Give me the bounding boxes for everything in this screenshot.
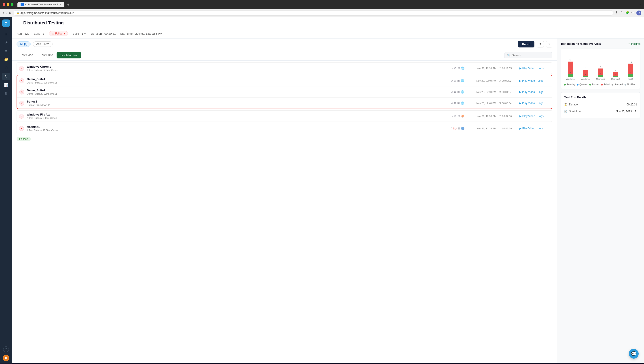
share-icon[interactable]: ⬆ — [615, 11, 618, 16]
legend-queued: Queued — [577, 83, 588, 86]
bar-group-1: 12 3 Window... — [564, 52, 577, 80]
logs-button[interactable]: Logs — [538, 127, 544, 130]
result-sub: 1 Test Suites / 17 Test Cases — [26, 129, 448, 132]
more-options-button[interactable]: ▾ — [546, 41, 552, 48]
status-badge[interactable]: ⊗ Failed ▾ — [49, 31, 68, 36]
legend-stopped: Stopped — [612, 83, 622, 86]
bar-label: test2 — [628, 78, 633, 80]
play-video-button[interactable]: ▶ Play Video — [520, 127, 535, 130]
sidebar-item-files[interactable]: 📁 — [2, 56, 10, 63]
chat-fab[interactable]: 💬 — [629, 349, 639, 359]
bar-green — [628, 74, 633, 77]
gear-icon: ⚙ — [454, 79, 456, 82]
legend-passed: Passed — [589, 83, 599, 86]
back-button[interactable]: ‹ — [3, 11, 4, 15]
bar-group-5: 10 3 test2 — [624, 52, 637, 80]
detail-label: ⏳ Duration — [564, 103, 579, 106]
sidebar-item-dashboard[interactable]: ⊞ — [2, 30, 10, 38]
sidebar-item-runs[interactable]: ↻ — [2, 73, 10, 80]
table-row: ✕ Suites2 Suites2 / Windows 11 // ⚙ ⊞ 🌐 — [17, 97, 552, 109]
build-edit[interactable]: Build - 1 ✏ — [72, 32, 86, 35]
logs-button[interactable]: Logs — [538, 102, 544, 105]
bar-green — [583, 76, 588, 77]
page-back-button[interactable]: ← — [16, 21, 20, 25]
logs-button[interactable]: Logs — [538, 67, 544, 70]
sep-icon: // — [451, 90, 453, 94]
filter-bar: All (5) Add Filters Rerun ⬆ ▾ — [12, 39, 557, 50]
stopped-icon: 🚫 — [453, 127, 456, 130]
tl-green[interactable] — [11, 3, 14, 6]
bar-green — [598, 75, 603, 77]
forward-button[interactable]: › — [6, 11, 7, 15]
result-name: Demo_Suite1 — [27, 77, 448, 81]
reload-button[interactable]: ↻ — [9, 11, 12, 15]
bookmark-icon[interactable]: ☆ — [620, 11, 623, 16]
search-input[interactable] — [512, 54, 550, 57]
page-header: ← Distributed Testing — [12, 17, 644, 29]
tl-yellow[interactable] — [7, 3, 10, 6]
play-video-button[interactable]: ▶ Play Video — [519, 102, 535, 105]
table-row: ✕ Demo_Suite2 Demo_Suite2 / Windows 11 /… — [17, 86, 552, 97]
sidebar-toggle-icon[interactable]: ▭ — [631, 11, 634, 16]
more-menu-button[interactable]: ⋮ — [546, 126, 550, 130]
logs-button[interactable]: Logs — [538, 90, 544, 94]
play-video-button[interactable]: ▶ Play Video — [520, 67, 535, 70]
expanded-group: ✕ Demo_Suite1 Demo_Suite1 / Windows 11 /… — [16, 75, 552, 109]
all-filter-button[interactable]: All (5) — [16, 41, 31, 47]
status-failed-icon: ⊗ — [52, 32, 54, 35]
result-name: Windows Chrome — [26, 65, 449, 68]
result-duration: ⏱ 00:09:22 — [499, 79, 516, 82]
add-filters-button[interactable]: Add Filters — [33, 41, 52, 47]
profile-icon[interactable]: R — [636, 11, 641, 16]
more-menu-button[interactable]: ⋮ — [546, 101, 550, 105]
new-tab-button[interactable]: + — [65, 3, 71, 7]
result-icons: // ⚙ ⊞ 🌐 — [451, 90, 464, 94]
user-avatar[interactable]: R — [3, 355, 9, 361]
logs-button[interactable]: Logs — [538, 115, 544, 118]
tab-test-machine[interactable]: Test Machine — [56, 52, 81, 58]
url-text: app.testsigma.com/ui/td/results/259/runs… — [20, 12, 74, 15]
play-video-button[interactable]: ▶ Play Video — [519, 79, 535, 82]
bar-top-num: 10 — [630, 61, 632, 63]
logs-button[interactable]: Logs — [538, 79, 544, 82]
chart-legend: Running Queued Passed Failed — [564, 83, 637, 86]
sidebar-item-settings[interactable]: ⚙ — [2, 90, 10, 97]
more-menu-button[interactable]: ⋮ — [546, 114, 550, 118]
result-duration: ⏱ 00:00:54 — [499, 102, 516, 105]
hourglass-icon: ⏳ — [564, 103, 567, 106]
rerun-button[interactable]: Rerun — [518, 41, 534, 48]
more-menu-button[interactable]: ⋮ — [546, 79, 550, 83]
tab-close-icon[interactable]: ✕ — [60, 3, 61, 6]
tl-red[interactable] — [3, 3, 5, 6]
extensions-icon[interactable]: 🧩 — [625, 11, 629, 16]
tab-test-case[interactable]: Test Case — [16, 52, 37, 59]
status-failed-icon: ✕ — [19, 78, 24, 83]
sidebar-help[interactable]: ? — [3, 346, 9, 352]
duration-value: 00:20:31 — [626, 103, 637, 106]
bar-group-3: 6 2 Machine1 — [594, 52, 607, 80]
result-duration: ⏱ 00:07:29 — [499, 127, 517, 130]
sidebar-item-edit[interactable]: ✏ — [2, 47, 10, 55]
status-failed-icon: ✕ — [19, 114, 24, 119]
address-bar[interactable]: 🔒 app.testsigma.com/ui/td/results/259/ru… — [13, 10, 613, 16]
right-panel: Test machine result overview ✦ Insights … — [557, 39, 644, 363]
more-menu-button[interactable]: ⋮ — [546, 66, 550, 70]
export-button[interactable]: ⬆ — [537, 41, 544, 48]
more-menu-button[interactable]: ⋮ — [546, 90, 550, 94]
active-tab[interactable]: AI Powered Test Automation P ✕ — [18, 2, 64, 7]
insights-button[interactable]: ✦ Insights — [628, 42, 640, 46]
sidebar-item-reports[interactable]: 📊 — [2, 81, 10, 89]
result-info: Windows Firefox 2 Test Suites / 7 Test C… — [26, 113, 449, 119]
bar-label: Window... — [581, 78, 590, 80]
play-video-button[interactable]: ▶ Play Video — [520, 115, 535, 118]
sidebar-item-results[interactable]: ◎ — [2, 39, 10, 46]
bar-green — [613, 76, 618, 77]
sidebar-item-grid[interactable]: ⬡ — [2, 64, 10, 72]
tab-test-suite[interactable]: Test Suite — [37, 52, 56, 59]
status-text: Failed — [55, 32, 62, 35]
play-video-button[interactable]: ▶ Play Video — [519, 90, 535, 94]
legend-failed: Failed — [601, 83, 610, 86]
result-info: Demo_Suite2 Demo_Suite2 / Windows 11 — [27, 89, 448, 95]
build-number: Build - 1 — [34, 32, 44, 35]
sep-icon: // — [452, 114, 453, 118]
